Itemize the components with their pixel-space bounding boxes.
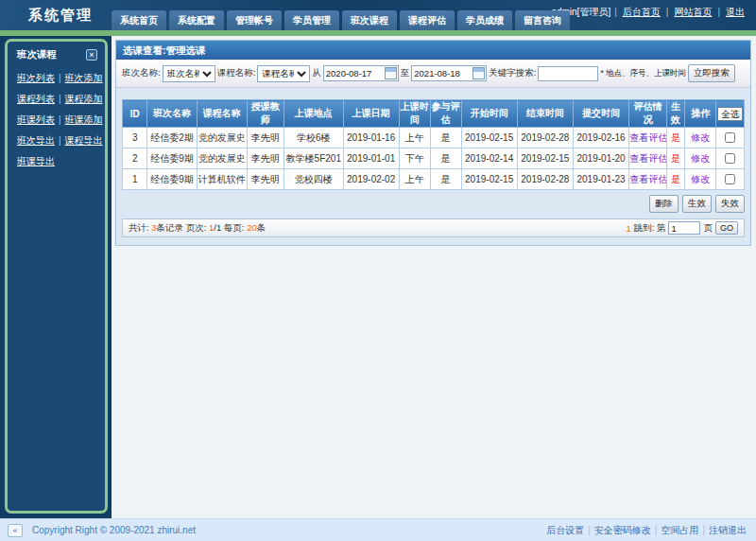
user-area: admin[管理员]|后台首页|网站首页|退出 — [551, 6, 747, 19]
active-status: 是 — [671, 174, 680, 184]
class-course-add-link[interactable]: 班课添加 — [65, 114, 103, 125]
keyword-input[interactable] — [538, 66, 598, 81]
tab-course-eval[interactable]: 课程评估 — [400, 10, 455, 30]
view-evaluation-link[interactable]: 查看评估 — [629, 132, 666, 143]
edit-link[interactable]: 修改 — [691, 153, 710, 164]
delete-button[interactable]: 删除 — [649, 195, 679, 213]
footer-left: « Copyright Right © 2009-2021 zhirui.net — [8, 524, 196, 537]
course-add-link[interactable]: 课程添加 — [65, 94, 103, 104]
separator: | — [59, 94, 61, 104]
top-header: 系统管理 admin[管理员]|后台首页|网站首页|退出 系统首页系统配置管理帐… — [0, 0, 756, 30]
backend-settings-link[interactable]: 后台设置 — [546, 525, 584, 535]
cell-end: 2019-02-15 — [517, 148, 573, 169]
actions-row: 删除生效失效 — [116, 190, 750, 218]
cell-course: 计算机软件 — [197, 169, 247, 190]
close-icon[interactable]: × — [86, 49, 97, 61]
separator: | — [614, 7, 617, 17]
view-evaluation-link[interactable]: 查看评估 — [629, 174, 666, 184]
panel-title: 选课查看:管理选课 — [116, 41, 750, 60]
security-password-link[interactable]: 安全密码修改 — [594, 525, 651, 535]
cell-op: 修改 — [685, 128, 716, 148]
tab-student-mgmt[interactable]: 学员管理 — [284, 10, 339, 30]
body-row: 班次课程 × 班次列表|班次添加课程列表|课程添加班课列表|班课添加班次导出|课… — [0, 36, 756, 518]
separator: | — [59, 135, 61, 146]
class-name-select[interactable]: 班次名称 — [163, 65, 215, 82]
select-all-button[interactable]: 全选 — [717, 107, 743, 121]
cell-active: 是 — [666, 169, 685, 190]
cell-participate: 是 — [430, 148, 461, 169]
row-checkbox[interactable] — [725, 153, 735, 164]
cell-date: 2019-01-01 — [343, 148, 399, 169]
jump-label: 跳到: 第 — [634, 222, 666, 235]
tab-admin-account[interactable]: 管理帐号 — [227, 10, 282, 30]
col-eval-status: 评估情况 — [629, 100, 666, 128]
cell-teacher: 李先明 — [247, 128, 284, 148]
class-export-link[interactable]: 班次导出 — [17, 135, 55, 146]
cell-location: 党校四楼 — [284, 169, 344, 190]
space-usage-link[interactable]: 空间占用 — [661, 525, 698, 535]
class-add-link[interactable]: 班次添加 — [65, 73, 103, 83]
cell-date: 2019-01-16 — [343, 128, 399, 148]
class-select-label: 班次名称: — [122, 67, 161, 79]
cell-checkbox — [716, 148, 745, 169]
sidebar-header: 班次课程 × — [8, 42, 105, 66]
course-list-link[interactable]: 课程列表 — [17, 94, 55, 104]
date-to-input[interactable] — [412, 68, 472, 79]
disable-button[interactable]: 失效 — [715, 195, 745, 213]
class-course-list-link[interactable]: 班课列表 — [17, 114, 55, 125]
enable-button[interactable]: 生效 — [682, 195, 712, 213]
cell-id: 3 — [123, 128, 147, 148]
col-course-name: 课程名称 — [197, 100, 247, 128]
cell-active: 是 — [666, 128, 685, 148]
sidebar-panel: 班次课程 × 班次列表|班次添加课程列表|课程添加班课列表|班课添加班次导出|课… — [5, 39, 108, 514]
collapse-sidebar-button[interactable]: « — [8, 524, 23, 537]
class-list-link[interactable]: 班次列表 — [17, 73, 55, 83]
search-button[interactable]: 立即搜索 — [688, 64, 735, 82]
cell-course: 党的发展史 — [197, 148, 247, 169]
edit-link[interactable]: 修改 — [691, 174, 710, 184]
cell-location: 教学楼5F201 — [284, 148, 344, 169]
cell-end: 2019-02-28 — [517, 169, 573, 190]
tab-messages[interactable]: 留言咨询 — [515, 10, 570, 30]
tab-system-home[interactable]: 系统首页 — [112, 10, 166, 30]
sidebar-row: 班次列表|班次添加 — [17, 68, 101, 89]
col-active: 生效 — [666, 100, 685, 128]
col-location: 上课地点 — [284, 100, 344, 128]
cell-submit: 2019-01-23 — [573, 169, 628, 190]
col-start-time: 开始时间 — [461, 100, 517, 128]
calendar-icon[interactable] — [472, 67, 485, 79]
row-checkbox[interactable] — [725, 132, 735, 143]
tab-student-score[interactable]: 学员成绩 — [457, 10, 512, 30]
cell-start: 2019-02-14 — [461, 148, 517, 169]
page-number-link[interactable]: 1 — [626, 223, 630, 234]
go-button[interactable]: GO — [715, 221, 738, 235]
separator: | — [666, 7, 669, 17]
table-zone: ID班次名称课程名称授课教师上课地点上课日期上课时间参与评估开始时间结束时间提交… — [116, 88, 750, 190]
course-export-link[interactable]: 课程导出 — [65, 135, 103, 146]
row-checkbox[interactable] — [725, 174, 735, 184]
filter-note: * 地点、序号、上课时间 — [600, 68, 686, 79]
edit-link[interactable]: 修改 — [691, 132, 710, 143]
app-title: 系统管理 — [28, 7, 93, 25]
tab-class-course[interactable]: 班次课程 — [342, 10, 397, 30]
class-course-export-link[interactable]: 班课导出 — [17, 156, 55, 166]
logout-exit-link[interactable]: 注销退出 — [709, 525, 747, 535]
course-name-select[interactable]: 课程名称 — [257, 65, 310, 82]
calendar-icon[interactable] — [385, 67, 397, 79]
admin-home-link[interactable]: 后台首页 — [623, 7, 661, 17]
cell-start: 2019-02-15 — [461, 128, 517, 148]
sidebar-column: 班次课程 × 班次列表|班次添加课程列表|课程添加班课列表|班课添加班次导出|课… — [0, 36, 112, 518]
site-home-link[interactable]: 网站首页 — [674, 7, 712, 17]
view-evaluation-link[interactable]: 查看评估 — [629, 153, 666, 164]
tab-system-config[interactable]: 系统配置 — [169, 10, 224, 30]
table-row: 3经信委2期党的发展史李先明学校6楼2019-01-16上午是2019-02-1… — [123, 128, 745, 148]
sidebar-title: 班次课程 — [17, 48, 57, 61]
jump-page-input[interactable] — [668, 221, 700, 235]
separator: | — [717, 7, 720, 17]
date-from-input[interactable] — [324, 68, 385, 79]
logout-link[interactable]: 退出 — [726, 7, 745, 17]
cell-submit: 2019-01-20 — [573, 148, 628, 169]
copyright-text: Copyright Right © 2009-2021 zhirui.net — [32, 525, 196, 535]
cell-op: 修改 — [685, 169, 716, 190]
footer: « Copyright Right © 2009-2021 zhirui.net… — [0, 518, 756, 541]
